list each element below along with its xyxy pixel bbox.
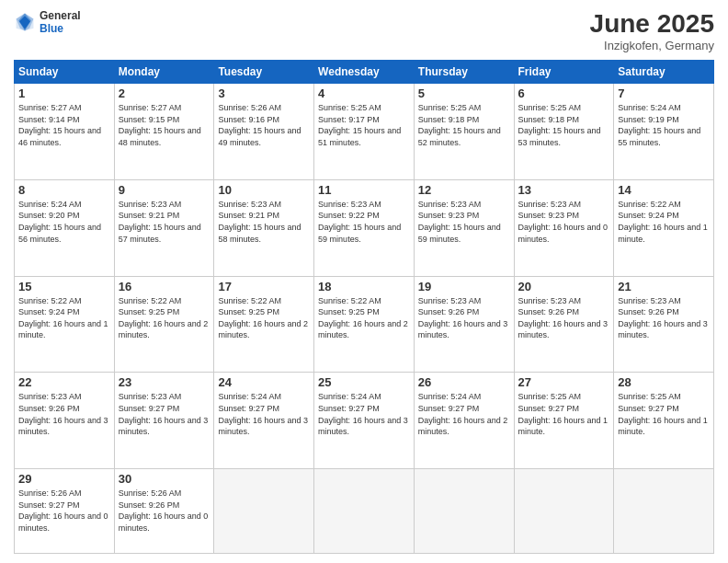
day-number: 16 xyxy=(119,280,210,293)
logo-icon xyxy=(14,11,36,33)
calendar-cell xyxy=(414,469,514,554)
day-info: Sunrise: 5:25 AMSunset: 9:27 PMDaylight:… xyxy=(518,391,610,437)
day-info: Sunrise: 5:25 AMSunset: 9:18 PMDaylight:… xyxy=(418,102,510,148)
day-info: Sunrise: 5:22 AMSunset: 9:25 PMDaylight:… xyxy=(218,295,310,341)
calendar-cell: 12Sunrise: 5:23 AMSunset: 9:23 PMDayligh… xyxy=(414,179,514,276)
page: General Blue June 2025 Inzigkofen, Germa… xyxy=(0,0,728,563)
calendar-cell: 11Sunrise: 5:23 AMSunset: 9:22 PMDayligh… xyxy=(314,179,415,276)
calendar-cell xyxy=(314,469,415,554)
day-number: 11 xyxy=(318,183,410,197)
day-info: Sunrise: 5:25 AMSunset: 9:27 PMDaylight:… xyxy=(618,391,710,437)
day-info: Sunrise: 5:24 AMSunset: 9:19 PMDaylight:… xyxy=(618,102,710,148)
calendar-cell: 3Sunrise: 5:26 AMSunset: 9:16 PMDaylight… xyxy=(214,84,314,180)
weekday-header: Tuesday xyxy=(214,61,314,84)
calendar-cell: 14Sunrise: 5:22 AMSunset: 9:24 PMDayligh… xyxy=(614,179,714,276)
calendar-cell: 23Sunrise: 5:23 AMSunset: 9:27 PMDayligh… xyxy=(114,373,214,469)
calendar-cell: 13Sunrise: 5:23 AMSunset: 9:23 PMDayligh… xyxy=(514,179,614,276)
calendar-cell: 26Sunrise: 5:24 AMSunset: 9:27 PMDayligh… xyxy=(414,373,514,469)
calendar-table: SundayMondayTuesdayWednesdayThursdayFrid… xyxy=(14,60,714,554)
day-number: 8 xyxy=(18,183,110,197)
day-info: Sunrise: 5:24 AMSunset: 9:27 PMDaylight:… xyxy=(218,391,310,437)
logo-blue: Blue xyxy=(40,22,81,35)
day-info: Sunrise: 5:23 AMSunset: 9:23 PMDaylight:… xyxy=(518,199,610,245)
calendar-cell: 6Sunrise: 5:25 AMSunset: 9:18 PMDaylight… xyxy=(514,84,614,180)
day-number: 10 xyxy=(218,183,310,197)
day-info: Sunrise: 5:23 AMSunset: 9:26 PMDaylight:… xyxy=(618,295,710,341)
day-info: Sunrise: 5:23 AMSunset: 9:23 PMDaylight:… xyxy=(418,199,510,245)
day-info: Sunrise: 5:22 AMSunset: 9:24 PMDaylight:… xyxy=(18,295,110,341)
calendar-cell: 8Sunrise: 5:24 AMSunset: 9:20 PMDaylight… xyxy=(15,179,115,276)
calendar-cell: 18Sunrise: 5:22 AMSunset: 9:25 PMDayligh… xyxy=(314,276,415,373)
calendar-cell: 28Sunrise: 5:25 AMSunset: 9:27 PMDayligh… xyxy=(614,373,714,469)
day-number: 24 xyxy=(218,375,310,389)
month-title: June 2025 xyxy=(590,9,714,39)
day-info: Sunrise: 5:25 AMSunset: 9:18 PMDaylight:… xyxy=(518,102,610,148)
day-info: Sunrise: 5:27 AMSunset: 9:14 PMDaylight:… xyxy=(18,102,110,148)
day-info: Sunrise: 5:22 AMSunset: 9:25 PMDaylight:… xyxy=(119,295,210,341)
calendar-week-row: 22Sunrise: 5:23 AMSunset: 9:26 PMDayligh… xyxy=(15,373,714,469)
weekday-header: Saturday xyxy=(614,61,714,84)
day-number: 28 xyxy=(618,375,710,389)
calendar-week-row: 1Sunrise: 5:27 AMSunset: 9:14 PMDaylight… xyxy=(15,84,714,180)
day-info: Sunrise: 5:23 AMSunset: 9:21 PMDaylight:… xyxy=(119,199,210,245)
day-number: 17 xyxy=(218,280,310,293)
day-info: Sunrise: 5:24 AMSunset: 9:20 PMDaylight:… xyxy=(18,199,110,245)
day-info: Sunrise: 5:23 AMSunset: 9:27 PMDaylight:… xyxy=(119,391,210,437)
day-number: 3 xyxy=(218,86,310,100)
day-number: 29 xyxy=(18,472,110,486)
calendar-cell xyxy=(514,469,614,554)
day-number: 19 xyxy=(418,280,510,293)
calendar-cell: 17Sunrise: 5:22 AMSunset: 9:25 PMDayligh… xyxy=(214,276,314,373)
location: Inzigkofen, Germany xyxy=(590,39,714,52)
day-info: Sunrise: 5:23 AMSunset: 9:21 PMDaylight:… xyxy=(218,199,310,245)
day-number: 22 xyxy=(18,375,110,389)
logo: General Blue xyxy=(14,9,81,36)
calendar-week-row: 15Sunrise: 5:22 AMSunset: 9:24 PMDayligh… xyxy=(15,276,714,373)
calendar-cell: 20Sunrise: 5:23 AMSunset: 9:26 PMDayligh… xyxy=(514,276,614,373)
day-number: 21 xyxy=(618,280,710,293)
day-number: 7 xyxy=(618,86,710,100)
day-info: Sunrise: 5:22 AMSunset: 9:25 PMDaylight:… xyxy=(318,295,410,341)
calendar-cell xyxy=(214,469,314,554)
calendar-cell: 1Sunrise: 5:27 AMSunset: 9:14 PMDaylight… xyxy=(15,84,115,180)
weekday-header: Thursday xyxy=(414,61,514,84)
calendar-header-row: SundayMondayTuesdayWednesdayThursdayFrid… xyxy=(15,61,714,84)
day-info: Sunrise: 5:23 AMSunset: 9:26 PMDaylight:… xyxy=(518,295,610,341)
calendar-cell xyxy=(614,469,714,554)
day-info: Sunrise: 5:24 AMSunset: 9:27 PMDaylight:… xyxy=(318,391,410,437)
calendar-cell: 30Sunrise: 5:26 AMSunset: 9:26 PMDayligh… xyxy=(114,469,214,554)
day-number: 30 xyxy=(119,472,210,486)
calendar-cell: 16Sunrise: 5:22 AMSunset: 9:25 PMDayligh… xyxy=(114,276,214,373)
day-number: 9 xyxy=(119,183,210,197)
title-block: June 2025 Inzigkofen, Germany xyxy=(590,9,714,52)
calendar-cell: 27Sunrise: 5:25 AMSunset: 9:27 PMDayligh… xyxy=(514,373,614,469)
day-number: 18 xyxy=(318,280,410,293)
day-number: 4 xyxy=(318,86,410,100)
calendar-cell: 2Sunrise: 5:27 AMSunset: 9:15 PMDaylight… xyxy=(114,84,214,180)
day-number: 1 xyxy=(18,86,110,100)
calendar-cell: 9Sunrise: 5:23 AMSunset: 9:21 PMDaylight… xyxy=(114,179,214,276)
weekday-header: Monday xyxy=(114,61,214,84)
logo-text: General Blue xyxy=(40,9,81,36)
day-info: Sunrise: 5:23 AMSunset: 9:22 PMDaylight:… xyxy=(318,199,410,245)
calendar-week-row: 8Sunrise: 5:24 AMSunset: 9:20 PMDaylight… xyxy=(15,179,714,276)
calendar-cell: 24Sunrise: 5:24 AMSunset: 9:27 PMDayligh… xyxy=(214,373,314,469)
day-info: Sunrise: 5:26 AMSunset: 9:27 PMDaylight:… xyxy=(18,488,110,534)
calendar-cell: 21Sunrise: 5:23 AMSunset: 9:26 PMDayligh… xyxy=(614,276,714,373)
day-number: 6 xyxy=(518,86,610,100)
day-info: Sunrise: 5:23 AMSunset: 9:26 PMDaylight:… xyxy=(418,295,510,341)
weekday-header: Sunday xyxy=(15,61,115,84)
day-info: Sunrise: 5:25 AMSunset: 9:17 PMDaylight:… xyxy=(318,102,410,148)
day-info: Sunrise: 5:24 AMSunset: 9:27 PMDaylight:… xyxy=(418,391,510,437)
day-info: Sunrise: 5:27 AMSunset: 9:15 PMDaylight:… xyxy=(119,102,210,148)
calendar-cell: 10Sunrise: 5:23 AMSunset: 9:21 PMDayligh… xyxy=(214,179,314,276)
day-info: Sunrise: 5:22 AMSunset: 9:24 PMDaylight:… xyxy=(618,199,710,245)
day-number: 14 xyxy=(618,183,710,197)
calendar-cell: 29Sunrise: 5:26 AMSunset: 9:27 PMDayligh… xyxy=(15,469,115,554)
day-number: 20 xyxy=(518,280,610,293)
day-number: 12 xyxy=(418,183,510,197)
calendar-cell: 15Sunrise: 5:22 AMSunset: 9:24 PMDayligh… xyxy=(15,276,115,373)
day-info: Sunrise: 5:26 AMSunset: 9:26 PMDaylight:… xyxy=(119,488,210,534)
day-number: 26 xyxy=(418,375,510,389)
logo-general: General xyxy=(40,9,81,22)
